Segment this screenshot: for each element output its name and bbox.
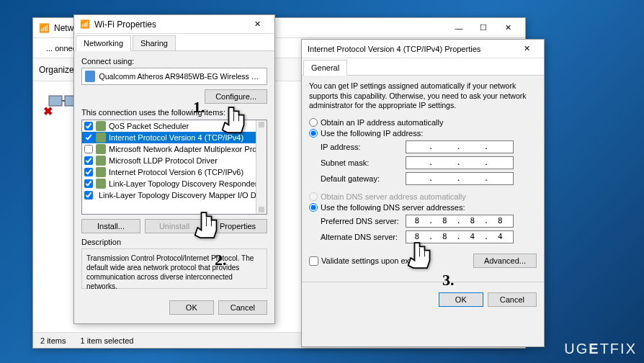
step-1-label: 1. [193,98,205,117]
description-label: Description [81,238,267,246]
watermark: UGETFIX [564,341,637,357]
protocol-icon [96,121,106,131]
wifi-properties-dialog: 📶 Wi-Fi Properties ✕ Networking Sharing … [73,14,275,324]
list-item-selected: Internet Protocol Version 4 (TCP/IPv4) [82,132,267,143]
obtain-ip-radio[interactable]: Obtain an IP address automatically [309,118,537,127]
ipv4-titlebar: Internet Protocol Version 4 (TCP/IPv4) P… [302,40,544,58]
adapter-name: Qualcomm Atheros AR9485WB-EG Wireless Ne… [99,72,264,81]
alternate-dns-input[interactable] [406,230,514,243]
disabled-x-icon: ✖ [43,104,58,119]
obtain-dns-radio[interactable]: Obtain DNS server address automatically [309,192,537,201]
gateway-label: Default gateway: [321,174,406,183]
tab-sharing[interactable]: Sharing [133,35,176,50]
organize-menu[interactable]: Organize [39,65,74,75]
subnet-mask-label: Subnet mask: [321,158,406,167]
ipv4-title: Internet Protocol Version 4 (TCP/IPv4) P… [308,45,515,53]
folder-icon: 📶 [39,23,50,33]
preferred-dns-label: Preferred DNS server: [321,217,406,225]
list-item: QoS Packet Scheduler [82,120,267,132]
list-item: Microsoft LLDP Protocol Driver [82,155,267,166]
minimize-button[interactable]: — [447,20,470,36]
tab-general[interactable]: General [303,60,347,76]
tab-networking[interactable]: Networking [76,35,131,51]
close-button[interactable]: ✕ [246,17,269,32]
step-3-label: 3. [442,271,455,290]
cancel-button[interactable]: Cancel [218,300,267,315]
protocol-icon [96,133,106,143]
ipv4-properties-dialog: Internet Protocol Version 4 (TCP/IPv4) P… [301,39,545,347]
list-item: Microsoft Network Adapter Multiplexor Pr… [82,143,267,155]
protocols-list[interactable]: QoS Packet Scheduler Internet Protocol V… [81,120,267,215]
protocol-icon [96,144,106,154]
step-2-label: 2. [215,251,227,269]
alternate-dns-label: Alternate DNS server: [321,233,406,241]
install-button[interactable]: Install... [81,219,140,233]
gateway-input[interactable] [406,172,514,185]
ip-address-label: IP address: [321,143,406,151]
validate-checkbox[interactable]: Validate settings upon exit [309,256,413,266]
ok-button[interactable]: OK [439,292,483,307]
ok-button[interactable]: OK [169,300,214,315]
protocol-icon [96,167,106,177]
selected-count: 1 item selected [80,336,133,345]
properties-button[interactable]: Properties [208,219,267,233]
list-item: Internet Protocol Version 6 (TCP/IPv6) [82,166,267,178]
list-item: Link-Layer Topology Discovery Responder [82,178,267,189]
subnet-mask-input[interactable] [406,156,514,169]
ip-address-input[interactable] [406,140,514,153]
items-label: This connection uses the following items… [81,108,267,117]
wifi-tabs: Networking Sharing [74,34,274,51]
cancel-button[interactable]: Cancel [488,292,537,307]
scrollbar[interactable] [256,120,267,214]
advanced-button[interactable]: Advanced... [473,254,537,268]
maximize-button[interactable]: ☐ [472,20,495,36]
use-dns-radio[interactable]: Use the following DNS server addresses: [309,203,537,212]
use-ip-radio[interactable]: Use the following IP address: [309,129,537,138]
description-text: Transmission Control Protocol/Internet P… [81,248,267,289]
adapter-field: Qualcomm Atheros AR9485WB-EG Wireless Ne… [81,68,267,85]
protocol-icon [96,156,106,166]
wifi-titlebar: 📶 Wi-Fi Properties ✕ [74,15,274,34]
uninstall-button[interactable]: Uninstall [145,219,204,233]
ipv4-description: You can get IP settings assigned automat… [309,81,537,111]
list-item: Link-Layer Topology Discovery Mapper I/O… [82,189,267,201]
wifi-title: Wi-Fi Properties [94,19,246,30]
configure-button[interactable]: Configure... [205,89,267,104]
ipv4-tabs: General [302,58,544,76]
preferred-dns-input[interactable] [406,215,514,228]
close-button[interactable]: ✕ [515,41,538,57]
adapter-card-icon [85,71,95,82]
close-button[interactable]: ✕ [496,20,519,36]
protocol-icon [96,179,106,189]
connect-using-label: Connect using: [81,57,267,66]
item-count: 2 items [40,336,66,345]
